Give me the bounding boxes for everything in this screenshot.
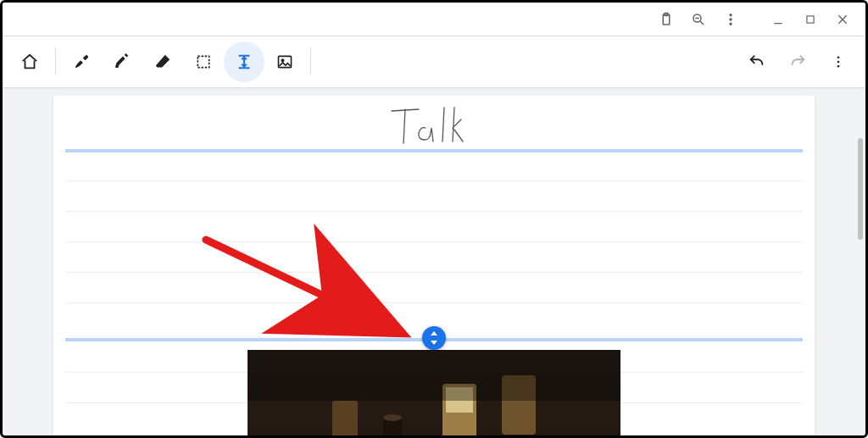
svg-rect-9 [807, 15, 814, 22]
svg-point-6 [730, 18, 732, 20]
ruled-line [65, 241, 803, 242]
maximize-icon[interactable] [794, 3, 826, 36]
inserted-image[interactable] [248, 350, 620, 435]
svg-rect-12 [198, 56, 209, 67]
svg-point-17 [281, 59, 284, 62]
svg-line-3 [700, 21, 704, 25]
canvas-area[interactable]: Talk [3, 87, 865, 435]
handwritten-text [366, 103, 502, 153]
svg-point-5 [730, 14, 732, 16]
toolbar-overflow-button[interactable] [818, 42, 859, 82]
svg-point-20 [837, 65, 840, 68]
home-button[interactable] [9, 42, 50, 82]
svg-point-18 [837, 56, 840, 58]
space-drag-handle[interactable] [422, 326, 446, 350]
toolbar [3, 36, 865, 87]
scrollbar-thumb[interactable] [858, 138, 863, 240]
section-divider[interactable] [65, 149, 803, 152]
close-icon[interactable] [826, 3, 859, 36]
insert-image-button[interactable] [264, 42, 305, 82]
svg-rect-34 [332, 401, 358, 435]
clipboard-icon[interactable] [650, 3, 682, 36]
ruled-line [65, 272, 803, 273]
toolbar-separator [310, 48, 311, 75]
window-overflow-icon[interactable] [715, 3, 747, 36]
toolbar-separator [55, 48, 56, 75]
zoom-out-icon[interactable] [682, 3, 715, 36]
window-chrome [3, 3, 865, 36]
svg-line-37 [206, 240, 384, 324]
ruled-line [65, 180, 803, 181]
svg-rect-36 [248, 350, 620, 401]
make-space-tool-button[interactable] [224, 42, 264, 82]
selection-tool-button[interactable] [183, 42, 224, 82]
redo-button[interactable] [777, 42, 818, 82]
pen-tool-button[interactable] [61, 42, 102, 82]
undo-button[interactable] [737, 42, 777, 82]
eraser-tool-button[interactable] [142, 42, 183, 82]
note-page[interactable]: Talk [53, 96, 815, 435]
ruled-line [65, 302, 803, 303]
svg-point-30 [383, 414, 402, 421]
svg-point-7 [730, 22, 732, 25]
minimize-icon[interactable] [762, 3, 794, 36]
marker-tool-button[interactable] [102, 42, 142, 82]
svg-point-19 [837, 61, 840, 64]
ruled-line [65, 211, 803, 212]
